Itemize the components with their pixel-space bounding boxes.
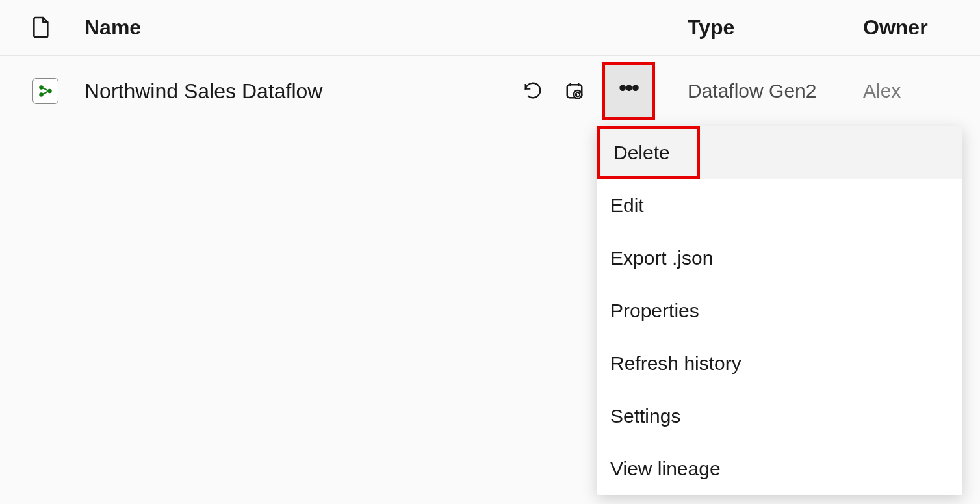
refresh-button[interactable]	[519, 77, 547, 105]
schedule-refresh-button[interactable]	[560, 77, 589, 105]
table-row[interactable]: Northwind Sales Dataflow	[0, 56, 980, 126]
header-name[interactable]: Name	[84, 16, 519, 40]
menu-item-refresh-history[interactable]: Refresh history	[597, 337, 962, 390]
schedule-refresh-icon	[565, 81, 584, 102]
menu-item-view-lineage[interactable]: View lineage	[597, 442, 962, 495]
svg-point-0	[39, 85, 44, 90]
ellipsis-icon: •••	[619, 76, 638, 98]
row-icon-col	[13, 78, 84, 104]
menu-item-export-json[interactable]: Export .json	[597, 232, 962, 284]
header-owner[interactable]: Owner	[863, 16, 967, 40]
refresh-icon	[523, 81, 543, 102]
items-table: Name Type Owner Northwind Sales Dataflow	[0, 0, 980, 126]
dataflow-icon	[32, 78, 58, 104]
more-options-button[interactable]: •••	[602, 62, 655, 120]
header-icon-col	[13, 15, 84, 41]
context-menu: Delete Edit Export .json Properties Refr…	[597, 126, 962, 495]
menu-item-settings[interactable]: Settings	[597, 390, 962, 442]
row-type: Dataflow Gen2	[668, 80, 863, 102]
menu-item-delete[interactable]: Delete	[597, 126, 700, 179]
row-owner: Alex	[863, 80, 967, 102]
header-type[interactable]: Type	[668, 16, 863, 40]
row-name[interactable]: Northwind Sales Dataflow	[84, 79, 519, 103]
file-icon	[32, 15, 51, 41]
svg-point-1	[39, 92, 44, 97]
table-header-row: Name Type Owner	[0, 0, 980, 56]
menu-item-edit[interactable]: Edit	[597, 179, 962, 232]
menu-item-properties[interactable]: Properties	[597, 284, 962, 337]
row-actions: •••	[519, 62, 668, 120]
svg-point-2	[47, 89, 52, 94]
